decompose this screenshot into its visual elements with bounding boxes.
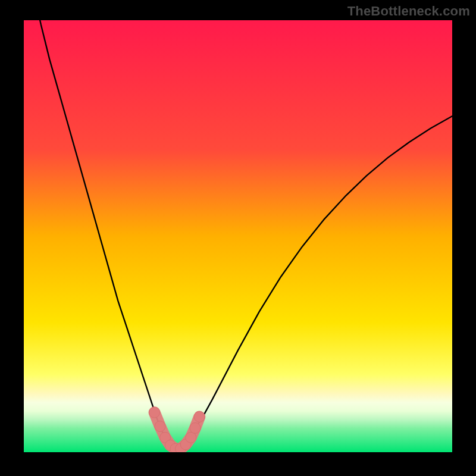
chart-stage: TheBottleneck.com [0,0,476,476]
highlight-point [186,432,196,443]
highlight-point [149,407,160,418]
highlight-point [194,411,205,422]
plot-area [24,20,452,452]
watermark-label: TheBottleneck.com [347,4,470,19]
highlight-point [155,421,165,431]
gradient-bg [24,20,452,452]
plot-svg [24,20,452,452]
highlight-point [190,422,201,433]
